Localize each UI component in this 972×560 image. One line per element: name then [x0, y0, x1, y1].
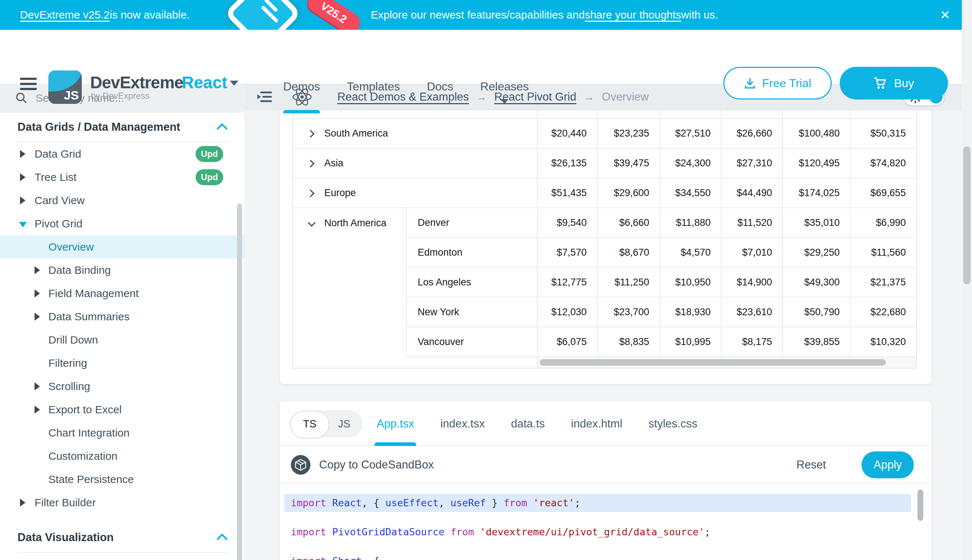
framework-selector[interactable]: React — [182, 73, 227, 92]
pivot-cell[interactable]: $10,320 — [851, 327, 916, 357]
sidebar-item-data-grid[interactable]: Data GridUpd — [0, 142, 245, 166]
pivot-row-edmonton[interactable]: Edmonton — [407, 238, 538, 268]
pivot-cell[interactable]: $69,655 — [851, 178, 916, 208]
pivot-cell[interactable]: $14,900 — [721, 268, 783, 297]
expand-right-icon[interactable] — [20, 150, 25, 158]
expand-row-icon[interactable] — [308, 130, 315, 137]
pivot-cell[interactable]: $7,010 — [721, 238, 783, 268]
pivot-cell[interactable]: $49,300 — [783, 268, 851, 297]
pivot-cell[interactable]: $11,560 — [851, 238, 916, 268]
sidebar-item-filtering[interactable]: Filtering — [0, 352, 245, 375]
pivot-cell[interactable]: $51,435 — [538, 178, 597, 208]
sidebar-item-data-summaries[interactable]: Data Summaries — [0, 305, 245, 328]
apply-button[interactable]: Apply — [862, 452, 914, 478]
sidebar-item-pivot-grid[interactable]: Pivot Grid — [0, 212, 245, 235]
hamburger-menu-icon[interactable] — [20, 78, 38, 93]
banner-version-link[interactable]: DevExtreme v25.2 — [20, 9, 110, 21]
pivot-cell[interactable]: $11,250 — [597, 268, 660, 297]
toggle-option-ts[interactable]: TS — [291, 418, 329, 430]
pivot-cell[interactable]: $35,010 — [783, 208, 851, 238]
pivot-cell[interactable]: $74,820 — [851, 148, 916, 178]
pivot-cell[interactable]: $8,670 — [597, 238, 660, 268]
page-scrollbar-thumb[interactable] — [963, 147, 970, 284]
pivot-cell[interactable]: $44,490 — [721, 178, 783, 208]
expand-row-icon[interactable] — [308, 160, 315, 167]
sidebar-section-data-grids[interactable]: Data Grids / Data Management — [0, 113, 245, 142]
collapse-row-icon[interactable] — [308, 220, 315, 227]
pivot-cell[interactable]: $120,495 — [783, 148, 851, 178]
collapse-sidebar-icon[interactable] — [255, 90, 274, 104]
pivot-horizontal-scrollbar-thumb[interactable] — [540, 359, 886, 366]
pivot-cell[interactable]: $4,570 — [660, 238, 721, 268]
pivot-cell[interactable]: $22,680 — [851, 297, 916, 327]
pivot-cell[interactable]: $23,700 — [597, 297, 660, 327]
expand-row-icon[interactable] — [308, 189, 315, 197]
pivot-row-south-america[interactable]: South America — [293, 119, 538, 148]
pivot-horizontal-scrollbar[interactable] — [538, 357, 916, 368]
pivot-cell[interactable]: $100,480 — [783, 119, 851, 148]
expand-right-icon[interactable] — [20, 173, 25, 181]
expand-right-icon[interactable] — [35, 290, 40, 297]
pivot-cell[interactable]: $24,300 — [660, 148, 721, 178]
pivot-cell[interactable]: $9,540 — [538, 208, 597, 238]
file-tab-data-ts[interactable]: data.ts — [511, 401, 545, 446]
pivot-cell[interactable]: $39,855 — [783, 327, 851, 357]
pivot-cell[interactable]: $27,310 — [721, 148, 783, 178]
pivot-cell[interactable]: $10,950 — [660, 268, 721, 297]
sidebar-item-data-binding[interactable]: Data Binding — [0, 258, 245, 282]
pivot-cell[interactable]: $18,930 — [660, 297, 721, 327]
pivot-cell[interactable]: $21,375 — [851, 268, 916, 297]
pivot-row-new-york[interactable]: New York — [407, 297, 538, 327]
buy-button[interactable]: Buy — [840, 67, 948, 100]
banner-close-icon[interactable]: ✕ — [934, 0, 956, 30]
pivot-row-vancouver[interactable]: Vancouver — [407, 327, 538, 357]
sidebar-scrollbar[interactable] — [237, 203, 242, 560]
pivot-cell[interactable]: $6,075 — [538, 327, 597, 357]
nav-item-templates[interactable]: Templates — [347, 60, 400, 113]
nav-item-demos[interactable]: Demos — [283, 60, 320, 113]
pivot-row-los-angeles[interactable]: Los Angeles — [407, 268, 538, 297]
pivot-cell[interactable]: $29,250 — [783, 238, 851, 268]
pivot-cell[interactable]: $29,600 — [597, 178, 660, 208]
codesandbox-label[interactable]: Copy to CodeSandBox — [319, 458, 434, 472]
pivot-row-europe[interactable]: Europe — [293, 178, 538, 208]
file-tab-styles-css[interactable]: styles.css — [649, 401, 697, 446]
expand-right-icon[interactable] — [20, 498, 25, 507]
pivot-cell[interactable]: $23,610 — [721, 297, 783, 327]
sidebar-item-customization[interactable]: Customization — [0, 445, 245, 468]
file-tab-app-tsx[interactable]: App.tsx — [376, 401, 414, 446]
nav-item-docs[interactable]: Docs — [427, 60, 453, 113]
sidebar-item-state-persistence[interactable]: State Persistence — [0, 468, 245, 491]
pivot-cell[interactable]: $174,025 — [783, 178, 851, 208]
page-scrollbar[interactable] — [962, 0, 972, 560]
language-toggle[interactable]: TS JS — [290, 411, 362, 437]
framework-caret-icon[interactable] — [230, 81, 238, 86]
pivot-cell[interactable]: $50,315 — [851, 119, 916, 148]
pivot-row-north-america[interactable]: North America — [293, 208, 407, 357]
pivot-cell[interactable]: $50,790 — [783, 297, 851, 327]
codesandbox-icon[interactable] — [291, 455, 310, 475]
pivot-cell[interactable]: $12,030 — [538, 297, 597, 327]
sidebar-item-overview[interactable]: Overview — [0, 235, 245, 258]
pivot-cell[interactable]: $6,990 — [851, 208, 916, 238]
brand-name[interactable]: DevExtreme — [90, 73, 183, 92]
sidebar-item-filter-builder[interactable]: Filter Builder — [0, 491, 245, 514]
pivot-cell[interactable]: $10,995 — [660, 327, 721, 357]
sidebar-item-drill-down[interactable]: Drill Down — [0, 328, 245, 352]
pivot-cell[interactable]: $27,510 — [660, 119, 721, 148]
sidebar-item-tree-list[interactable]: Tree ListUpd — [0, 166, 245, 189]
pivot-cell[interactable]: $11,520 — [721, 208, 783, 238]
expand-right-icon[interactable] — [35, 382, 40, 390]
code-scrollbar[interactable] — [917, 490, 923, 521]
pivot-row-asia[interactable]: Asia — [293, 148, 538, 178]
toggle-option-js[interactable]: JS — [327, 418, 361, 430]
pivot-cell[interactable]: $26,135 — [538, 148, 597, 178]
expand-right-icon[interactable] — [35, 266, 40, 274]
pivot-cell[interactable]: $34,550 — [660, 178, 721, 208]
free-trial-button[interactable]: Free Trial — [723, 67, 832, 100]
sidebar-item-scrolling[interactable]: Scrolling — [0, 375, 245, 398]
pivot-row-denver[interactable]: Denver — [407, 208, 538, 238]
share-thoughts-link[interactable]: share your thoughts — [585, 9, 681, 21]
expand-right-icon[interactable] — [20, 197, 25, 205]
pivot-cell[interactable]: $26,660 — [721, 119, 783, 148]
